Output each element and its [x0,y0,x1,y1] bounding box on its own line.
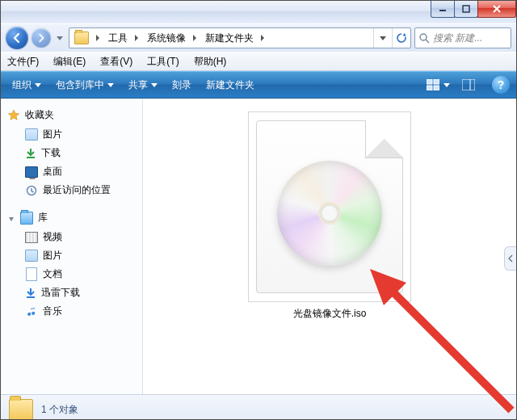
svg-point-2 [420,34,427,40]
file-item[interactable]: 光盘镜像文件.iso [237,111,422,321]
menu-file[interactable]: 文件(F) [6,53,40,70]
menu-edit[interactable]: 编辑(E) [52,53,87,70]
library-icon [20,212,33,225]
svg-rect-6 [427,86,432,90]
svg-rect-7 [434,86,439,90]
maximize-button[interactable] [454,1,478,18]
star-icon [7,109,20,122]
file-list[interactable]: 光盘镜像文件.iso [143,99,516,394]
cmd-new-folder[interactable]: 新建文件夹 [201,76,259,94]
pictures-icon [25,128,38,141]
svg-rect-0 [439,10,446,11]
nav-lib-music[interactable]: 音乐 [1,302,142,321]
nav-fav-downloads[interactable]: 下载 [1,144,142,162]
menu-tools[interactable]: 工具(T) [145,53,180,70]
command-bar: 组织 包含到库中 共享 刻录 新建文件夹 ? [1,71,516,99]
breadcrumb-seg-1[interactable]: 工具 [103,28,131,48]
folder-icon [9,399,33,420]
cmd-burn[interactable]: 刻录 [167,76,196,94]
chevron-down-icon [151,79,158,90]
menu-help[interactable]: 帮助(H) [192,53,229,70]
search-icon [418,32,430,44]
nav-lib-documents[interactable]: 文档 [1,265,142,284]
menu-bar: 文件(F) 编辑(E) 查看(V) 工具(T) 帮助(H) [1,52,516,71]
cmd-help[interactable]: ? [492,76,510,94]
chevron-down-icon [443,79,450,90]
file-thumbnail [248,111,411,302]
explorer-window: 工具 系统镜像 新建文件夹 搜索 新建... 文件(F) 编辑(E) 查看(V)… [0,0,517,420]
back-button[interactable] [6,27,28,49]
desktop-icon [25,166,38,178]
breadcrumb-seg-3[interactable]: 新建文件夹 [200,28,257,48]
iso-file-icon [256,120,403,293]
breadcrumb-root-icon[interactable] [69,28,92,48]
breadcrumb-sep[interactable] [189,28,200,48]
search-box[interactable]: 搜索 新建... [414,27,511,48]
nav-fav-recent[interactable]: 最近访问的位置 [1,181,142,200]
address-bar[interactable]: 工具 系统镜像 新建文件夹 [69,27,411,48]
svg-rect-10 [27,157,35,158]
nav-lib-xunlei[interactable]: 迅雷下载 [1,284,142,302]
disc-icon [277,161,382,266]
svg-rect-8 [462,79,475,90]
cmd-include-in-library[interactable]: 包含到库中 [51,76,119,94]
svg-rect-1 [463,6,469,12]
breadcrumb-sep[interactable] [92,28,103,48]
nav-fav-pictures[interactable]: 图片 [1,125,142,144]
cmd-organize[interactable]: 组织 [7,76,46,94]
cmd-share[interactable]: 共享 [124,76,162,94]
file-name: 光盘镜像文件.iso [237,307,422,321]
svg-rect-4 [427,79,432,84]
menu-view[interactable]: 查看(V) [99,53,134,70]
navigation-bar: 工具 系统镜像 新建文件夹 搜索 新建... [1,23,516,52]
address-dropdown[interactable] [373,28,392,48]
svg-rect-5 [434,79,439,84]
chevron-down-icon [107,79,114,90]
pictures-icon [25,250,38,262]
nav-favorites-label: 收藏夹 [25,108,54,122]
recent-icon [25,184,38,197]
breadcrumb-sep[interactable] [131,28,142,48]
title-bar [1,1,516,23]
svg-rect-12 [27,296,35,298]
nav-favorites-header[interactable]: 收藏夹 [1,107,142,125]
nav-lib-videos[interactable]: 视频 [1,228,142,246]
minimize-button[interactable] [431,1,455,18]
nav-lib-pictures[interactable]: 图片 [1,246,142,265]
folder-icon [74,32,89,44]
nav-libraries-group: 库 视频 图片 文档 迅雷下载 [1,209,142,321]
chevron-down-icon [35,79,41,90]
download-icon [25,288,36,299]
cmd-preview-pane[interactable] [458,76,479,94]
search-placeholder: 搜索 新建... [433,32,482,45]
music-icon [25,305,38,318]
document-icon [26,267,37,281]
download-icon [25,148,36,159]
nav-libraries-label: 库 [38,211,48,225]
status-bar: 1 个对象 [1,394,516,420]
nav-favorites-group: 收藏夹 图片 下载 桌面 [1,107,142,200]
scroll-handle[interactable] [504,246,516,271]
cmd-view-options[interactable] [422,76,443,94]
history-dropdown[interactable] [54,28,65,48]
breadcrumb-sep[interactable] [257,28,268,48]
svg-line-3 [426,40,429,43]
window-controls [431,1,516,17]
nav-libraries-header[interactable]: 库 [1,209,142,228]
refresh-button[interactable] [392,28,410,48]
nav-fav-desktop[interactable]: 桌面 [1,162,142,181]
body: 收藏夹 图片 下载 桌面 [1,99,516,394]
video-icon [25,232,38,243]
close-button[interactable] [477,1,516,18]
navigation-pane: 收藏夹 图片 下载 桌面 [1,99,143,394]
expand-icon [7,214,15,222]
forward-button[interactable] [32,28,51,48]
status-text: 1 个对象 [41,403,78,417]
breadcrumb-seg-2[interactable]: 系统镜像 [142,28,189,48]
